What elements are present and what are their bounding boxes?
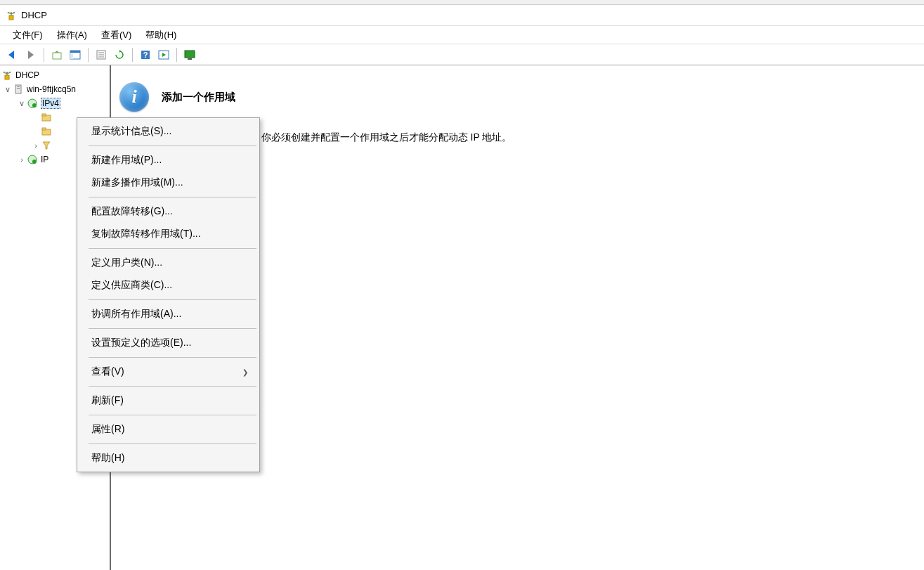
cm-label: 定义用户类(N)... xyxy=(91,257,162,269)
svg-rect-27 xyxy=(42,128,46,130)
back-button[interactable] xyxy=(4,46,21,63)
cm-define-user-class[interactable]: 定义用户类(N)... xyxy=(79,252,258,274)
svg-point-29 xyxy=(32,160,37,164)
cm-label: 协调所有作用域(A)... xyxy=(91,308,181,320)
ipv4-icon xyxy=(27,98,38,109)
context-menu: 显示统计信息(S)... 新建作用域(P)... 新建多播作用域(M)... 配… xyxy=(77,117,260,472)
cm-label: 新建作用域(P)... xyxy=(91,154,162,167)
cm-set-predefined-options[interactable]: 设置预定义的选项(E)... xyxy=(79,332,258,354)
menu-file[interactable]: 文件(F) xyxy=(6,27,50,44)
folder-icon xyxy=(41,112,52,123)
toolbar-separator xyxy=(132,48,133,62)
cm-label: 设置预定义的选项(E)... xyxy=(91,337,191,349)
title-bar: DHCP xyxy=(0,5,924,26)
cm-configure-failover[interactable]: 配置故障转移(G)... xyxy=(79,200,258,223)
cm-separator xyxy=(89,357,256,358)
cm-label: 定义供应商类(C)... xyxy=(91,279,172,292)
svg-point-17 xyxy=(4,72,6,74)
dhcp-icon xyxy=(6,10,17,21)
svg-point-2 xyxy=(13,11,15,13)
properties-button[interactable] xyxy=(93,46,110,63)
cm-separator xyxy=(89,328,256,329)
cm-separator xyxy=(89,443,256,444)
detail-header: i 添加一个作用域 xyxy=(119,82,916,112)
svg-point-18 xyxy=(9,72,11,74)
cm-define-vendor-class[interactable]: 定义供应商类(C)... xyxy=(79,274,258,297)
tree-root-label: DHCP xyxy=(15,70,39,80)
svg-rect-16 xyxy=(5,75,9,79)
svg-point-1 xyxy=(8,11,10,13)
tree-server-label: win-9ftjkcq5n xyxy=(27,84,76,94)
filter-icon xyxy=(41,140,52,151)
play-button[interactable] xyxy=(155,46,172,63)
toolbar-separator xyxy=(44,48,44,62)
cm-properties[interactable]: 属性(R) xyxy=(79,418,258,441)
cm-separator xyxy=(89,248,256,249)
dhcp-icon xyxy=(1,70,13,81)
monitor-button[interactable] xyxy=(181,46,198,63)
refresh-button[interactable] xyxy=(111,46,128,63)
tool-bar: ? xyxy=(0,44,924,65)
cm-label: 刷新(F) xyxy=(91,394,124,407)
detail-title: 添加一个作用域 xyxy=(162,91,235,104)
cm-new-scope[interactable]: 新建作用域(P)... xyxy=(79,149,258,171)
svg-point-23 xyxy=(32,103,37,108)
svg-text:?: ? xyxy=(143,51,148,59)
cm-reconcile-all-scopes[interactable]: 协调所有作用域(A)... xyxy=(79,303,258,325)
expand-icon[interactable]: ∨ xyxy=(17,99,27,108)
cm-separator xyxy=(89,415,256,415)
tree-ipv6-label: IP xyxy=(41,155,48,164)
svg-rect-20 xyxy=(17,86,20,87)
up-button[interactable] xyxy=(48,46,65,63)
tree-ipv4[interactable]: ∨ IPv4 xyxy=(0,96,110,110)
cm-show-stats[interactable]: 显示统计信息(S)... xyxy=(79,120,258,143)
detail-toggle-button[interactable] xyxy=(67,46,84,63)
cm-separator xyxy=(89,145,256,146)
info-icon: i xyxy=(119,82,149,112)
cm-label: 查看(V) xyxy=(91,365,124,378)
svg-rect-21 xyxy=(17,88,20,89)
menu-help[interactable]: 帮助(H) xyxy=(138,27,183,44)
forward-button[interactable] xyxy=(22,46,39,63)
help-button[interactable]: ? xyxy=(137,46,154,63)
window-title: DHCP xyxy=(21,10,47,20)
tree-ipv4-label: IPv4 xyxy=(41,98,60,109)
cm-separator xyxy=(89,197,256,197)
cm-label: 显示统计信息(S)... xyxy=(91,125,171,138)
svg-rect-5 xyxy=(70,51,80,53)
expand-icon[interactable]: › xyxy=(31,141,41,150)
submenu-arrow-icon: ❯ xyxy=(242,368,248,376)
cm-help[interactable]: 帮助(H) xyxy=(79,447,258,469)
svg-rect-14 xyxy=(185,51,195,58)
svg-rect-3 xyxy=(53,53,61,59)
server-icon xyxy=(13,84,24,95)
cm-refresh[interactable]: 刷新(F) xyxy=(79,389,258,412)
svg-rect-19 xyxy=(15,85,21,93)
expand-icon[interactable]: ∨ xyxy=(3,85,13,94)
cm-view[interactable]: 查看(V)❯ xyxy=(79,361,258,383)
cm-replicate-failover[interactable]: 复制故障转移作用域(T)... xyxy=(79,223,258,245)
cm-label: 属性(R) xyxy=(91,423,124,436)
tree-root[interactable]: DHCP xyxy=(0,68,110,82)
tree-server[interactable]: ∨ win-9ftjkcq5n xyxy=(0,82,110,96)
menu-view[interactable]: 查看(V) xyxy=(94,27,138,44)
cm-label: 帮助(H) xyxy=(91,452,124,465)
svg-rect-6 xyxy=(70,53,73,59)
ribbon-strip xyxy=(0,0,924,5)
toolbar-separator xyxy=(176,48,177,62)
cm-label: 新建多播作用域(M)... xyxy=(91,176,183,189)
menu-action[interactable]: 操作(A) xyxy=(50,27,94,44)
expand-icon[interactable]: › xyxy=(17,155,27,164)
menu-bar: 文件(F) 操作(A) 查看(V) 帮助(H) xyxy=(0,26,924,44)
cm-new-multicast-scope[interactable]: 新建多播作用域(M)... xyxy=(79,171,258,194)
folder-icon xyxy=(41,126,52,137)
toolbar-separator xyxy=(88,48,89,62)
svg-rect-0 xyxy=(9,15,13,20)
svg-rect-15 xyxy=(188,58,192,60)
svg-rect-25 xyxy=(42,114,46,116)
ipv6-icon xyxy=(27,154,38,165)
cm-label: 配置故障转移(G)... xyxy=(91,205,173,218)
cm-label: 复制故障转移作用域(T)... xyxy=(91,228,201,240)
cm-separator xyxy=(89,299,256,300)
cm-separator xyxy=(89,386,256,387)
